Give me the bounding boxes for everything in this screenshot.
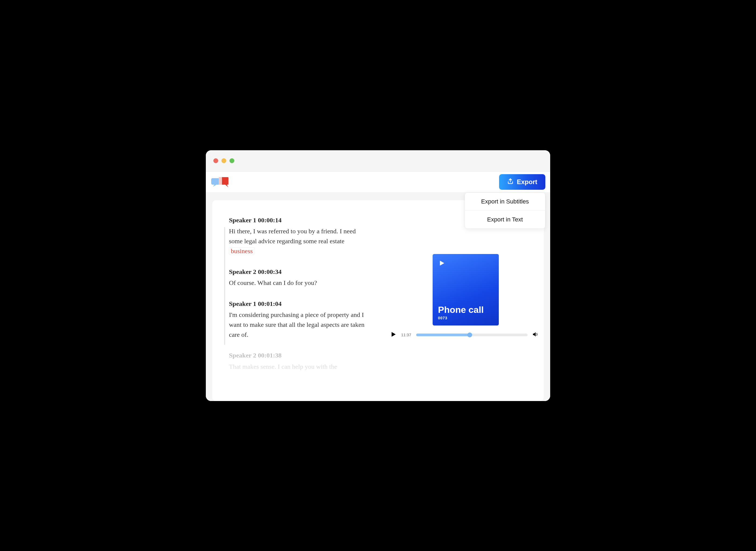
- time-elapsed: 11:37: [401, 333, 412, 337]
- segment-body: I'm considering purchasing a piece of pr…: [229, 310, 369, 340]
- transcript-segment[interactable]: Speaker 1 00:01:04 I'm considering purch…: [229, 299, 369, 340]
- window-close-button[interactable]: [213, 158, 218, 163]
- segment-speaker: Speaker 1: [229, 217, 256, 223]
- app-window: Export Export in Subtitles Export in Tex…: [206, 150, 550, 401]
- transcript-segment[interactable]: Speaker 2 00:00:34 Of course. What can I…: [229, 267, 369, 288]
- segment-time: 00:00:14: [258, 217, 282, 223]
- cover-play-icon: [438, 259, 493, 268]
- segment-time: 00:01:04: [258, 300, 282, 307]
- export-menu: Export in Subtitles Export in Text: [465, 192, 545, 229]
- volume-icon[interactable]: [532, 331, 538, 339]
- segment-speaker: Speaker 2: [229, 352, 256, 359]
- window-zoom-button[interactable]: [230, 158, 234, 163]
- titlebar: [206, 150, 550, 172]
- segment-body: Hi there, I was referred to you by a fri…: [229, 228, 356, 244]
- player-controls: 11:37: [388, 331, 544, 339]
- play-button[interactable]: [390, 331, 397, 339]
- player-pane: Phone call 0073 11:37: [388, 200, 544, 401]
- main-panel: Speaker 1 00:00:14 Hi there, I was refer…: [212, 200, 544, 401]
- segment-speaker: Speaker 1: [229, 300, 256, 307]
- transcript-pane[interactable]: Speaker 1 00:00:14 Hi there, I was refer…: [212, 200, 388, 401]
- export-icon: [507, 178, 514, 186]
- toolbar: Export Export in Subtitles Export in Tex…: [206, 172, 550, 192]
- seek-fill: [416, 334, 470, 336]
- seek-thumb[interactable]: [467, 333, 472, 337]
- export-subtitles-item[interactable]: Export in Subtitles: [465, 193, 545, 211]
- app-logo: [211, 176, 230, 188]
- seek-track[interactable]: [416, 334, 528, 336]
- segment-body: That makes sense. I can help you with th…: [229, 362, 369, 372]
- audio-cover[interactable]: Phone call 0073: [433, 254, 499, 326]
- segment-time: 00:01:38: [258, 352, 282, 359]
- cover-title: Phone call: [438, 305, 493, 314]
- transcript-segment[interactable]: Speaker 2 00:01:38 That makes sense. I c…: [229, 351, 369, 372]
- export-button-label: Export: [517, 178, 537, 186]
- segment-highlight-word[interactable]: business: [229, 247, 255, 255]
- export-button[interactable]: Export: [499, 174, 545, 190]
- segment-body: Of course. What can I do for you?: [229, 278, 369, 288]
- segment-time: 00:00:34: [258, 268, 282, 275]
- window-minimize-button[interactable]: [221, 158, 226, 163]
- svg-rect-1: [219, 177, 222, 185]
- segment-speaker: Speaker 2: [229, 268, 256, 275]
- cover-subtitle: 0073: [438, 316, 493, 320]
- transcript-segment[interactable]: Speaker 1 00:00:14 Hi there, I was refer…: [229, 215, 369, 256]
- export-text-item[interactable]: Export in Text: [465, 211, 545, 228]
